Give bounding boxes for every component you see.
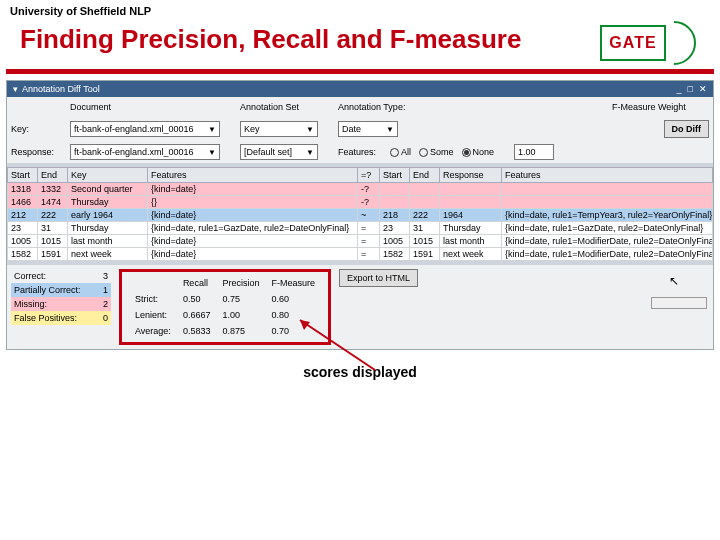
chevron-down-icon: ▼ <box>306 125 314 134</box>
table-row[interactable]: 2331Thursday{kind=date, rule1=GazDate, r… <box>8 222 713 235</box>
export-html-button[interactable]: Export to HTML <box>339 269 418 287</box>
annotation-arrow <box>280 310 400 380</box>
table-row[interactable]: 10051015last month{kind=date}=10051015la… <box>8 235 713 248</box>
chevron-down-icon: ▼ <box>208 148 216 157</box>
affiliation: University of Sheffield NLP <box>0 0 720 17</box>
header-separator <box>6 69 714 74</box>
page-title: Finding Precision, Recall and F-measure <box>20 25 521 55</box>
key-document-select[interactable]: ft-bank-of-england.xml_00016▼ <box>70 121 220 137</box>
partial-value: 1 <box>103 285 108 295</box>
recall-header: Recall <box>178 276 216 290</box>
features-none-radio[interactable]: None <box>462 147 495 157</box>
precision-header: Precision <box>217 276 264 290</box>
features-some-radio[interactable]: Some <box>419 147 454 157</box>
maximize-icon[interactable]: □ <box>688 84 693 94</box>
fmeasure-weight-input[interactable]: 1.00 <box>514 144 554 160</box>
chevron-down-icon: ▼ <box>208 125 216 134</box>
col-start2[interactable]: Start <box>380 168 410 183</box>
chevron-down-icon: ▼ <box>386 125 394 134</box>
do-diff-button[interactable]: Do Diff <box>664 120 710 138</box>
col-key[interactable]: Key <box>68 168 148 183</box>
svg-line-0 <box>300 320 375 370</box>
false-positives-label: False Positives: <box>14 313 99 323</box>
partial-label: Partially Correct: <box>14 285 99 295</box>
key-set-select[interactable]: Key▼ <box>240 121 318 137</box>
gate-logo: GATE <box>600 17 700 69</box>
col-eq[interactable]: =? <box>358 168 380 183</box>
response-label: Response: <box>11 147 66 157</box>
annotation-type-select[interactable]: Date▼ <box>338 121 398 137</box>
features-all-radio[interactable]: All <box>390 147 411 157</box>
response-set-select[interactable]: [Default set]▼ <box>240 144 318 160</box>
features-label: Features: <box>338 147 386 157</box>
counts-column: Correct:3 Partially Correct:1 Missing:2 … <box>11 269 111 325</box>
chevron-down-icon: ▼ <box>306 148 314 157</box>
table-row[interactable]: 15821591next week{kind=date}=15821591nex… <box>8 248 713 261</box>
false-positives-value: 0 <box>103 313 108 323</box>
gate-logo-text: GATE <box>600 25 666 61</box>
col-features[interactable]: Features <box>148 168 358 183</box>
missing-value: 2 <box>103 299 108 309</box>
score-row: Strict:0.500.750.60 <box>130 292 320 306</box>
tool-title: Annotation Diff Tool <box>22 84 100 94</box>
window-menu-icon[interactable]: ▾ <box>13 84 18 94</box>
col-start[interactable]: Start <box>8 168 38 183</box>
col-features2[interactable]: Features <box>502 168 713 183</box>
col-response[interactable]: Response <box>440 168 502 183</box>
progress-bar <box>651 297 707 309</box>
table-row[interactable]: 14661474Thursday{}-? <box>8 196 713 209</box>
close-icon[interactable]: ✕ <box>699 84 707 94</box>
col-annotation-type: Annotation Type: <box>338 100 424 114</box>
correct-label: Correct: <box>14 271 99 281</box>
key-label: Key: <box>11 124 66 134</box>
minimize-icon[interactable]: _ <box>677 84 682 94</box>
col-end[interactable]: End <box>38 168 68 183</box>
table-row[interactable]: 13181332Second quarter{kind=date}-? <box>8 183 713 196</box>
col-document: Document <box>70 100 220 114</box>
col-fmeasure-weight: F-Measure Weight <box>612 100 702 114</box>
response-document-select[interactable]: ft-bank-of-england.xml_00016▼ <box>70 144 220 160</box>
missing-label: Missing: <box>14 299 99 309</box>
correct-value: 3 <box>103 271 108 281</box>
col-annotation-set: Annotation Set <box>240 100 318 114</box>
col-end2[interactable]: End <box>410 168 440 183</box>
table-row[interactable]: 212222early 1964{kind=date}~2182221964{k… <box>8 209 713 222</box>
cursor-icon: ↖ <box>669 274 679 288</box>
diff-table: StartEndKeyFeatures=?StartEndResponseFea… <box>7 167 713 261</box>
fmeasure-header: F-Measure <box>266 276 320 290</box>
